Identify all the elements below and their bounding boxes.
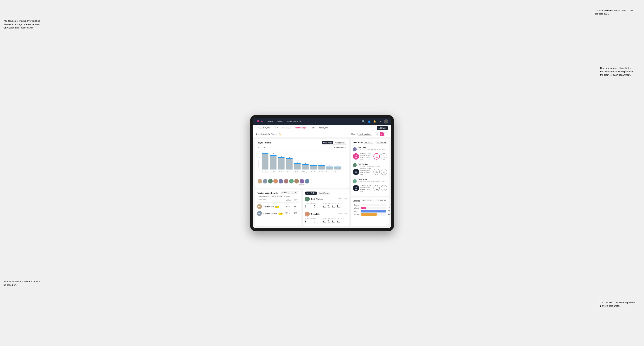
- act-practice-acts-vals-1: 0 GTT 0 APP 0: [323, 205, 345, 209]
- lb-name-2: Edward Crossman: [263, 213, 277, 215]
- player-avatar-8[interactable]: [294, 179, 299, 183]
- heart-view-icon[interactable]: ♥: [380, 132, 384, 136]
- add-team-button[interactable]: Add Team: [377, 126, 388, 130]
- bogeys-value: 313: [388, 213, 390, 215]
- scoring-card: Scoring Par 3, 4 & 5s ▾ All Players ▾: [351, 197, 389, 226]
- tab-all-players[interactable]: All Players: [317, 125, 330, 131]
- chevron-down-icon-scoring: ▾: [372, 200, 372, 202]
- svg-text:4: 4: [305, 162, 306, 164]
- search-icon[interactable]: 🔍: [362, 120, 366, 123]
- player-avatar-6[interactable]: [284, 179, 288, 183]
- plus-circle-icon[interactable]: ⊕: [378, 120, 382, 123]
- act-stats-container-2: Total Rounds 8 Tournament 4 Pr: [305, 218, 347, 224]
- chart-total-rounds-dropdown[interactable]: Total Rounds ▾: [333, 146, 347, 149]
- nav-links: Home Teams My Performance: [267, 120, 358, 123]
- activity-tabs: Most Active Least Active: [305, 191, 347, 195]
- bell-icon[interactable]: 🔔: [373, 120, 376, 123]
- svg-text:10: 10: [259, 157, 260, 159]
- player-activity-title: Player Activity: [257, 142, 271, 144]
- scoring-players-filter[interactable]: All Players ▾: [376, 199, 387, 202]
- sub-nav: PGAT Players PGA Hcaps 1-5 Team Clippd T…: [253, 125, 391, 131]
- shot-entry-1[interactable]: Matt Miller 09 Jun 2023 · Royal North De…: [353, 145, 387, 162]
- shot-details-3: Shot Dist: 16 ydsStart Lie: RoughEnd Lie…: [360, 184, 372, 192]
- best-shots-title: Best Shots: [353, 141, 363, 144]
- player-avatar-7[interactable]: [289, 179, 294, 183]
- act-rounds-vals-1: 7 Tournament 6 Practice: [305, 205, 320, 209]
- annotation-bottom-right: You can also filter to show just one pla…: [600, 301, 635, 308]
- svg-text:D. Billingham: D. Billingham: [302, 171, 309, 173]
- lb-name-1: Richard Butler: [263, 206, 274, 208]
- shot-player-info-2: Blair McHarg 23 Jul 2023 · Ashridge GC, …: [358, 163, 385, 167]
- shot-dist-pill-1: 67 yds: [374, 153, 380, 160]
- act-practice-2: 4 Practice: [314, 220, 320, 224]
- act-player-name-1: Blair McHarg: [311, 198, 323, 200]
- act-tournament-2: 8 Tournament: [305, 220, 312, 224]
- annotation-top-right: Choose the timescale you wish to see the…: [595, 9, 634, 15]
- users-icon[interactable]: 👥: [367, 120, 371, 123]
- tab-pgat-players[interactable]: PGAT Players: [256, 125, 272, 131]
- tab-least-active[interactable]: Least Active: [318, 191, 330, 195]
- player-avatar-4[interactable]: [273, 179, 278, 183]
- player-avatar-2[interactable]: [263, 179, 268, 183]
- shot-entry-2[interactable]: Blair McHarg 23 Jul 2023 · Ashridge GC, …: [353, 162, 387, 177]
- sort-view-icon[interactable]: ↕: [384, 132, 388, 136]
- most-active-card: Most Active Least Active Blair McHarg 26…: [303, 189, 349, 226]
- team-header: Team Clippd | 14 Players ✏️ Show: Last 3…: [253, 131, 391, 137]
- lb-row-1[interactable]: RB Richard Butler 🥇 1 19/20 110: [257, 203, 299, 210]
- lb-row-2[interactable]: EC Edward Crossman 🥈 2 18/20 107: [257, 210, 299, 217]
- all-shots-filter[interactable]: All Shots ▾: [364, 141, 374, 144]
- tab-team-clippd[interactable]: Team Clippd: [293, 125, 308, 131]
- players-x-label: Players: [257, 184, 347, 185]
- chevron-down-icon-shots: ▾: [372, 142, 372, 143]
- user-avatar[interactable]: [384, 119, 388, 124]
- svg-rect-30: [318, 165, 325, 166]
- player-avatar-5[interactable]: [278, 179, 283, 183]
- player-avatar-3[interactable]: [268, 179, 273, 183]
- drill-selector-dropdown[interactable]: PUTT Must Make Putting ...: [282, 191, 299, 194]
- tab-most-active[interactable]: Most Active: [305, 191, 317, 195]
- tab-tour[interactable]: Tour: [309, 125, 316, 131]
- svg-text:12: 12: [273, 153, 274, 155]
- eagles-value: 3: [390, 204, 390, 205]
- svg-text:J. Coles: J. Coles: [287, 171, 292, 173]
- grid-view-icon[interactable]: ⊞: [375, 132, 379, 136]
- act-rounds-label-1: Total Rounds: [305, 203, 320, 205]
- toggle-practice-drills[interactable]: Practice Drills: [333, 141, 347, 144]
- svg-text:0: 0: [260, 169, 260, 170]
- player-avatar-1[interactable]: [258, 179, 262, 183]
- svg-rect-23: [302, 165, 309, 170]
- nav-home[interactable]: Home: [267, 120, 274, 123]
- nav-teams[interactable]: Teams: [276, 120, 284, 123]
- practice-title: Practice Leaderboards: [257, 192, 278, 194]
- lb-rank-badge-2: 🥈 2: [278, 213, 283, 215]
- scoring-title: Scoring: [353, 200, 360, 202]
- show-dropdown[interactable]: Last 3 months ▾: [357, 133, 372, 136]
- tab-pga[interactable]: PGA: [272, 125, 280, 131]
- lb-col-player-name: PLAYER NAME: [257, 198, 285, 202]
- act-rounds-vals-2: 8 Tournament 4 Practice: [305, 220, 320, 224]
- svg-rect-9: [262, 154, 268, 154]
- shot-stats-row-2: 200 SG Shot Dist: 43 ydsStart Lie: Rough…: [353, 168, 387, 176]
- shot-entry-3[interactable]: David Ford 24 Aug 2023 · Royal North Dev…: [353, 177, 387, 194]
- shot-player-name-2: Blair McHarg: [358, 163, 385, 165]
- drill-description: PUTT Must Make Putting (3-6 ft), Last 3 …: [257, 195, 299, 197]
- svg-text:15: 15: [259, 151, 260, 153]
- player-avatar-9[interactable]: [300, 179, 304, 183]
- scoring-par-filter[interactable]: Par 3, 4 & 5s ▾: [361, 199, 374, 202]
- svg-rect-35: [334, 167, 341, 170]
- act-putt-1: 1 PUTT: [337, 205, 340, 209]
- all-players-filter[interactable]: All Players ▾: [376, 141, 387, 144]
- svg-rect-27: [310, 165, 317, 166]
- shot-badge-2: 200 SG: [353, 169, 359, 175]
- svg-rect-29: [318, 166, 325, 170]
- nav-performance[interactable]: My Performance: [286, 120, 302, 123]
- shot-details-1: Shot Dist: 67 ydsStart Lie: RoughEnd Lie…: [360, 153, 372, 161]
- right-panel: Best Shots All Shots ▾ All Players ▾: [351, 139, 389, 226]
- toggle-on-course[interactable]: On Course: [322, 141, 333, 144]
- tab-hcaps[interactable]: Hcaps 1-5: [280, 125, 292, 131]
- activity-entry-1: Blair McHarg 26 Aug 2023 Total Rounds 7: [305, 197, 347, 209]
- player-avatar-10[interactable]: [305, 179, 310, 183]
- edit-icon[interactable]: ✏️: [278, 133, 281, 135]
- act-practice-acts-group-1: Total Practice Activities 0 GTT 0: [323, 203, 345, 209]
- shot-dist-pill-3: 16 yds: [374, 185, 380, 191]
